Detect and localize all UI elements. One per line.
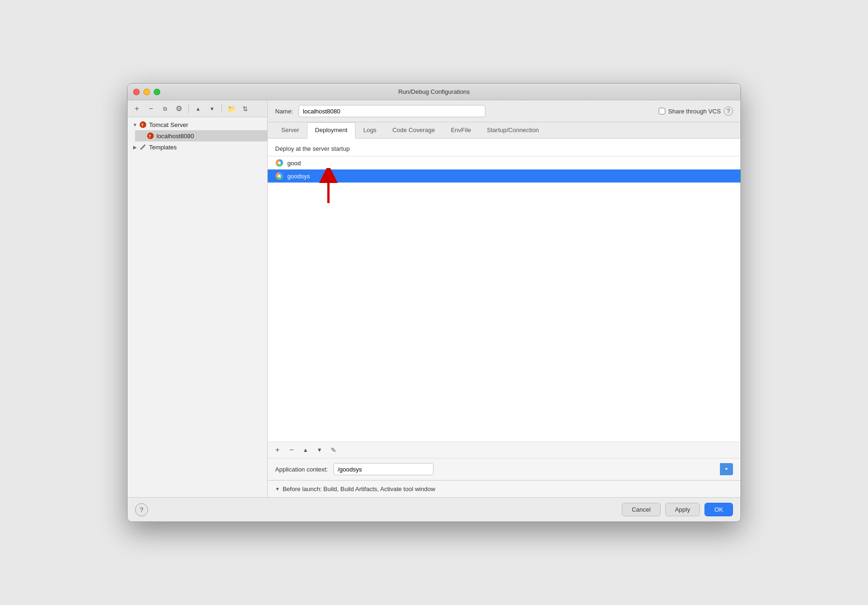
maximize-button[interactable] — [154, 89, 160, 95]
vcs-label: Share through VCS — [668, 108, 721, 115]
footer-help-button[interactable]: ? — [135, 503, 148, 516]
deploy-at-startup-label: Deploy at the server startup — [268, 139, 740, 156]
tomcat-server-children: T localhost8080 — [128, 130, 267, 141]
vcs-checkbox[interactable] — [659, 108, 665, 114]
deploy-move-up-button[interactable]: ▲ — [299, 444, 312, 456]
name-label: Name: — [275, 108, 293, 115]
sidebar-toolbar: + − ⧉ ⚙ ▲ ▼ 📁 ⇅ — [128, 100, 267, 117]
ok-button[interactable]: OK — [704, 503, 733, 516]
sidebar: + − ⧉ ⚙ ▲ ▼ 📁 ⇅ ▼ T — [128, 100, 268, 497]
sidebar-item-localhost8080[interactable]: T localhost8080 — [135, 130, 267, 141]
sidebar-item-templates[interactable]: ▶ Templates — [128, 141, 267, 153]
tab-envfile[interactable]: EnvFile — [443, 122, 479, 138]
app-context-dropdown-wrapper — [334, 463, 733, 475]
copy-configuration-button[interactable]: ⧉ — [159, 103, 171, 114]
tab-code-coverage[interactable]: Code Coverage — [384, 122, 443, 138]
footer-buttons: Cancel Apply OK — [622, 503, 733, 516]
folder-button[interactable]: 📁 — [226, 103, 237, 114]
deploy-edit-button[interactable]: ✎ — [327, 444, 340, 456]
tomcat-server-expander[interactable]: ▼ — [131, 121, 139, 128]
vcs-area: Share through VCS ? — [659, 106, 733, 116]
configuration-header: Name: Share through VCS ? — [268, 100, 740, 122]
close-button[interactable] — [133, 89, 140, 95]
svg-marker-6 — [725, 468, 728, 470]
main-panel: Name: Share through VCS ? Server Deploym… — [268, 100, 740, 497]
add-configuration-button[interactable]: + — [131, 103, 142, 114]
artifact-icon-goodsys — [275, 172, 284, 180]
window-title: Run/Debug Configurations — [398, 88, 470, 95]
tabs-bar: Server Deployment Logs Code Coverage Env… — [268, 122, 740, 139]
artifact-icon-good — [275, 159, 284, 167]
tab-startup-connection[interactable]: Startup/Connection — [479, 122, 547, 138]
localhost-expander — [139, 132, 146, 140]
application-context-row: Application context: — [268, 458, 740, 480]
deploy-toolbar: + − ▲ ▼ ✎ — [268, 442, 740, 458]
before-launch-expander-icon: ▼ — [275, 486, 280, 492]
tab-content-deployment: Deploy at the server startup good goodsy — [268, 139, 740, 497]
cancel-button[interactable]: Cancel — [622, 503, 660, 516]
tab-deployment[interactable]: Deployment — [307, 122, 355, 139]
templates-expander[interactable]: ▶ — [131, 143, 139, 151]
before-launch-label: Before launch: Build, Build Artifacts, A… — [283, 485, 435, 492]
content-area: + − ⧉ ⚙ ▲ ▼ 📁 ⇅ ▼ T — [128, 100, 740, 497]
deploy-remove-button[interactable]: − — [285, 444, 298, 456]
move-up-button[interactable]: ▲ — [192, 103, 204, 114]
deploy-move-down-button[interactable]: ▼ — [313, 444, 326, 456]
app-context-input[interactable] — [334, 463, 434, 475]
name-input[interactable] — [299, 105, 485, 117]
help-icon[interactable]: ? — [724, 106, 733, 116]
traffic-lights — [133, 89, 160, 95]
apply-button[interactable]: Apply — [665, 503, 700, 516]
tab-server[interactable]: Server — [273, 122, 307, 138]
sidebar-item-tomcat-server[interactable]: ▼ T Tomcat Server — [128, 119, 267, 130]
wrench-icon — [139, 143, 147, 151]
tomcat-icon: T — [139, 120, 147, 129]
tomcat-server-label: Tomcat Server — [149, 121, 188, 128]
before-launch-header[interactable]: ▼ Before launch: Build, Build Artifacts,… — [275, 485, 733, 492]
footer: ? Cancel Apply OK — [128, 497, 740, 521]
settings-button[interactable]: ⚙ — [173, 103, 185, 114]
toolbar-separator-2 — [221, 105, 222, 113]
deploy-add-button[interactable]: + — [271, 444, 284, 456]
localhost-label: localhost8080 — [157, 133, 194, 140]
sort-button[interactable]: ⇅ — [240, 103, 251, 114]
run-debug-configurations-dialog: Run/Debug Configurations + − ⧉ ⚙ ▲ ▼ 📁 ⇅… — [127, 83, 741, 522]
app-context-label: Application context: — [275, 466, 328, 473]
toolbar-separator — [188, 105, 189, 113]
sidebar-tree: ▼ T Tomcat Server — [128, 117, 267, 497]
remove-configuration-button[interactable]: − — [145, 103, 157, 114]
deploy-list-area: good goodsys — [268, 156, 740, 442]
svg-text:T: T — [149, 134, 151, 139]
titlebar: Run/Debug Configurations — [128, 84, 740, 100]
localhost-tomcat-icon: T — [146, 132, 155, 140]
before-launch-section: ▼ Before launch: Build, Build Artifacts,… — [268, 480, 740, 497]
move-down-button[interactable]: ▼ — [206, 103, 218, 114]
svg-text:T: T — [141, 123, 144, 127]
templates-label: Templates — [149, 144, 177, 151]
tab-logs[interactable]: Logs — [356, 122, 384, 138]
deploy-item-good-label: good — [287, 160, 301, 167]
deploy-item-goodsys[interactable]: goodsys — [268, 169, 740, 183]
minimize-button[interactable] — [143, 89, 150, 95]
deploy-item-goodsys-label: goodsys — [287, 173, 310, 180]
app-context-dropdown-arrow[interactable] — [720, 463, 733, 475]
deploy-item-good[interactable]: good — [268, 156, 740, 169]
